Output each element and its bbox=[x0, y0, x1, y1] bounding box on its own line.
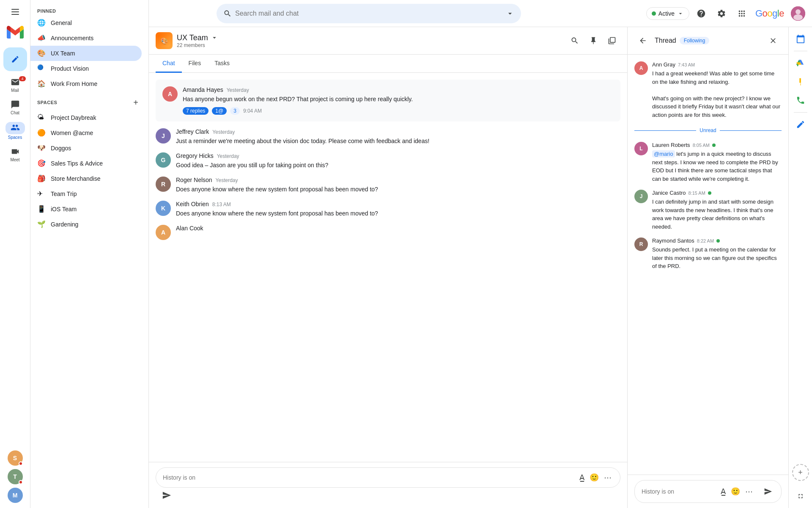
hamburger-menu[interactable] bbox=[7, 3, 24, 20]
group-name-dropdown-icon[interactable] bbox=[211, 34, 218, 41]
avatar: A bbox=[156, 225, 171, 240]
ux-team-icon: 🎨 bbox=[37, 49, 46, 58]
thread-input[interactable] bbox=[642, 488, 716, 495]
svg-point-4 bbox=[796, 9, 801, 14]
ux-team-label: UX Team bbox=[51, 50, 135, 57]
message-time: Yesterday bbox=[212, 129, 235, 135]
sidebar-item-doggos[interactable]: 🐶 Doggos bbox=[30, 141, 142, 156]
active-label: Active bbox=[658, 10, 675, 17]
thread-message-sender: Janice Castro bbox=[652, 190, 686, 196]
chat-search-button[interactable] bbox=[566, 32, 583, 49]
more-options-icon[interactable]: ⋯ bbox=[602, 471, 613, 484]
table-row: A Alan Cook bbox=[156, 225, 620, 240]
sidebar-item-store-merch[interactable]: 🎒 Store Merchandise bbox=[30, 171, 142, 186]
avatar: L bbox=[634, 142, 648, 155]
search-input[interactable] bbox=[235, 10, 502, 17]
thread-header: Thread Following bbox=[628, 27, 788, 55]
message-header: Jeffrey Clark Yesterday bbox=[176, 128, 620, 135]
sidebar-item-women-acme[interactable]: 🟠 Women @acme bbox=[30, 125, 142, 141]
active-status-button[interactable]: Active bbox=[646, 7, 689, 20]
avatar: G bbox=[156, 152, 171, 168]
sidebar-item-gardening[interactable]: 🌱 Gardening bbox=[30, 217, 142, 232]
product-vision-label: Product Vision bbox=[51, 65, 135, 72]
message-sender: Alan Cook bbox=[176, 225, 203, 232]
mail-label: Mail bbox=[11, 88, 19, 93]
online-indicator bbox=[712, 144, 716, 147]
avatar-user3[interactable]: M bbox=[8, 488, 23, 503]
tab-files[interactable]: Files bbox=[182, 55, 208, 73]
sidebar-item-sales-tips[interactable]: 🎯 Sales Tips & Advice bbox=[30, 156, 142, 171]
expand-icon[interactable] bbox=[792, 488, 809, 505]
spaces-icon-bg bbox=[5, 122, 25, 134]
thread-messages: A Ann Gray 7:43 AM I had a great weekend… bbox=[628, 55, 788, 475]
sidebar-item-team-trip[interactable]: ✈ Team Trip bbox=[30, 186, 142, 202]
svg-point-5 bbox=[793, 14, 803, 20]
sidebar-item-ios-team[interactable]: 📱 iOS Team bbox=[30, 202, 142, 217]
sidebar-item-general[interactable]: 🌐 General bbox=[30, 15, 142, 30]
gardening-label: Gardening bbox=[51, 221, 135, 228]
keep-icon[interactable] bbox=[792, 73, 809, 90]
format-text-icon[interactable]: A̲ bbox=[578, 471, 586, 484]
sidebar-item-project-daybreak[interactable]: 🌤 Project Daybreak bbox=[30, 110, 142, 125]
calendar-icon[interactable] bbox=[792, 30, 809, 47]
spaces-section-label: SPACES bbox=[37, 100, 57, 105]
spaces-section-header: SPACES + bbox=[30, 91, 148, 110]
message-sender: Amanda Hayes bbox=[183, 86, 223, 93]
sidebar-item-announcements[interactable]: 📣 Announcements bbox=[30, 30, 142, 46]
thread-more-icon[interactable]: ⋯ bbox=[743, 485, 754, 498]
chat-input[interactable] bbox=[163, 474, 574, 481]
avatar-user1[interactable]: S bbox=[8, 450, 23, 466]
settings-button[interactable] bbox=[713, 5, 730, 22]
thread-back-button[interactable] bbox=[634, 32, 651, 49]
send-button[interactable] bbox=[159, 488, 174, 503]
avatar: A bbox=[162, 86, 178, 102]
thread-emoji-icon[interactable]: 🙂 bbox=[729, 485, 742, 498]
message-text: Has anyone begun work on the next PRD? T… bbox=[183, 95, 413, 104]
message-header: Amanda Hayes Yesterday bbox=[183, 86, 413, 93]
compose-button[interactable] bbox=[3, 47, 27, 71]
sidebar-item-chat[interactable]: Chat bbox=[0, 97, 30, 118]
sidebar-item-product-vision[interactable]: 🔵 Product Vision bbox=[30, 61, 142, 76]
thread-send-button[interactable] bbox=[761, 484, 774, 499]
emoji-icon[interactable]: 🙂 bbox=[588, 471, 601, 484]
phone-icon[interactable] bbox=[792, 92, 809, 109]
sidebar-item-work-from-home[interactable]: 🏠 Work From Home bbox=[30, 76, 142, 91]
avatar: R bbox=[634, 237, 648, 251]
table-row: R Roger Nelson Yesterday Does anyone kno… bbox=[156, 177, 620, 194]
unread-line-right bbox=[720, 130, 782, 131]
active-dropdown-icon bbox=[677, 10, 684, 17]
thread-format-icon[interactable]: A̲ bbox=[719, 485, 727, 498]
google-logo: Google bbox=[755, 8, 784, 19]
drive-icon[interactable] bbox=[792, 55, 809, 72]
reply-count-badge[interactable]: 7 replies bbox=[183, 107, 208, 115]
sidebar-item-meet[interactable]: Meet bbox=[0, 144, 30, 165]
apps-button[interactable] bbox=[733, 5, 750, 22]
thread-input-container: A̲ 🙂 ⋯ bbox=[634, 480, 782, 503]
chat-label: Chat bbox=[11, 110, 19, 115]
sidebar-item-spaces[interactable]: Spaces bbox=[0, 119, 30, 142]
sidebar-item-ux-team[interactable]: 🎨 UX Team bbox=[30, 46, 142, 61]
table-row: A Amanda Hayes Yesterday Has anyone begu… bbox=[156, 80, 620, 121]
thread-close-button[interactable] bbox=[765, 32, 782, 49]
chat-members-count: 22 members bbox=[177, 42, 218, 48]
sidebar-item-mail[interactable]: Mail 4 bbox=[0, 75, 30, 95]
following-badge[interactable]: Following bbox=[680, 37, 710, 44]
thread-panel: Thread Following A Ann Gray 7:43 AM bbox=[628, 27, 788, 508]
pen-icon[interactable] bbox=[792, 116, 809, 133]
message-header: Roger Nelson Yesterday bbox=[176, 177, 620, 183]
nav-bar: Mail 4 Chat Spaces bbox=[0, 75, 30, 165]
avatar-user2[interactable]: T bbox=[8, 469, 23, 484]
chat-pin-button[interactable] bbox=[585, 32, 602, 49]
icon-bar: Mail 4 Chat Spaces bbox=[0, 0, 30, 508]
extra-badge[interactable]: 3 bbox=[230, 107, 240, 115]
help-button[interactable] bbox=[693, 5, 710, 22]
tab-chat[interactable]: Chat bbox=[156, 55, 182, 73]
search-dropdown-icon[interactable] bbox=[506, 9, 514, 18]
search-bar[interactable] bbox=[217, 4, 521, 23]
tab-tasks[interactable]: Tasks bbox=[208, 55, 236, 73]
user-avatar[interactable] bbox=[791, 6, 805, 21]
add-app-icon[interactable]: + bbox=[792, 464, 809, 481]
add-space-button[interactable]: + bbox=[130, 97, 142, 108]
chat-view-button[interactable] bbox=[604, 32, 620, 49]
table-row: J Jeffrey Clark Yesterday Just a reminde… bbox=[156, 128, 620, 146]
